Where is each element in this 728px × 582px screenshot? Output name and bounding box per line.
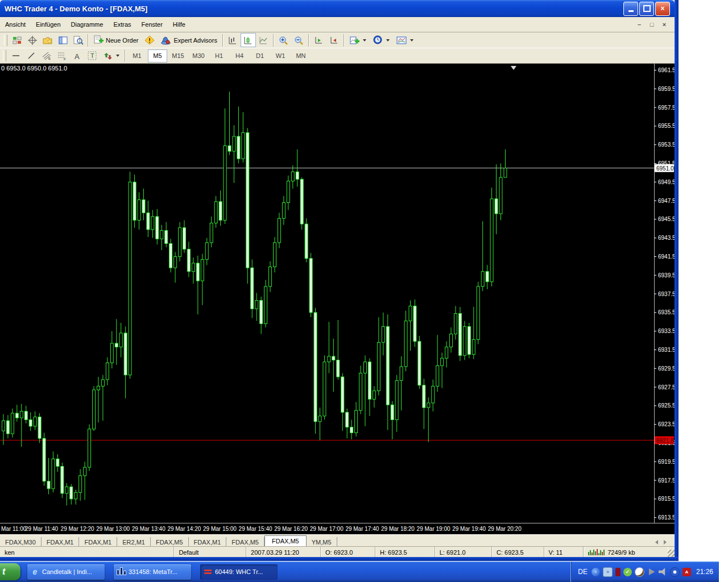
text-label-button[interactable]: T xyxy=(85,49,100,63)
timeframe-button-m1[interactable]: M1 xyxy=(127,49,147,63)
favorites-button[interactable] xyxy=(40,33,55,47)
window-controls: × xyxy=(623,2,675,16)
bar-chart-mode-button[interactable] xyxy=(225,33,241,47)
restore-button[interactable] xyxy=(639,2,654,16)
language-indicator[interactable]: DE xyxy=(578,568,589,576)
new-order-button[interactable]: Neue Order xyxy=(90,33,142,47)
candlestick-chart[interactable]: 6961.56959.56957.56955.56953.56951.56949… xyxy=(0,64,675,534)
text-button[interactable]: A xyxy=(69,49,85,63)
taskbar-button-0[interactable]: eCandletalk | Indi... xyxy=(27,564,105,580)
ati-icon[interactable]: A xyxy=(682,568,691,576)
menu-item-diagramme[interactable]: Diagramme xyxy=(66,19,109,30)
bear-candle xyxy=(219,202,222,221)
chart-tab-fdax-m1[interactable]: FDAX,M1 xyxy=(189,537,227,547)
bull-candle xyxy=(441,358,444,365)
cow-icon[interactable] xyxy=(635,567,644,577)
taskbar-button-2[interactable]: 60449: WHC Tr... xyxy=(200,564,278,580)
minimize-button[interactable] xyxy=(623,2,638,16)
data-window-button[interactable] xyxy=(71,33,86,47)
timeframe-button-m30[interactable]: M30 xyxy=(189,49,208,63)
trendline-icon xyxy=(27,51,36,60)
start-button[interactable]: t xyxy=(0,563,20,580)
timeframe-button-mn[interactable]: MN xyxy=(291,49,311,63)
disc-icon[interactable] xyxy=(670,567,680,577)
bull-candle xyxy=(179,228,181,257)
chart-tab-fdax-m1[interactable]: FDAX,M1 xyxy=(79,537,117,547)
periods-button[interactable] xyxy=(370,33,393,47)
chart-tab-er2-m1[interactable]: ER2,M1 xyxy=(117,537,151,547)
zoom-out-button[interactable] xyxy=(291,33,307,47)
menu-item-fenster[interactable]: Fenster xyxy=(136,19,168,30)
timeframe-button-m15[interactable]: M15 xyxy=(168,49,188,63)
menu-item-extras[interactable]: Extras xyxy=(108,19,136,30)
dropdown-arrow-icon xyxy=(363,39,366,41)
bull-candle xyxy=(463,326,466,355)
trendline-button[interactable] xyxy=(23,49,39,63)
horizontal-line-button[interactable] xyxy=(8,49,23,63)
menu-item-ansicht[interactable]: Ansicht xyxy=(0,19,31,30)
tab-scroll-left-icon[interactable] xyxy=(655,540,658,544)
chart-tab-fdax-m5[interactable]: FDAX,M5 xyxy=(226,537,264,547)
timeframe-button-w1[interactable]: W1 xyxy=(271,49,290,63)
mdi-restore-button[interactable]: □ xyxy=(647,21,656,28)
bear-candle xyxy=(187,249,190,271)
chart-tab-fdax-m1[interactable]: FDAX,M1 xyxy=(42,537,80,547)
toolbar-grip[interactable] xyxy=(3,50,6,61)
fibonacci-button[interactable]: F xyxy=(54,49,69,63)
timeframe-button-h1[interactable]: H1 xyxy=(209,49,229,63)
indicators-button[interactable] xyxy=(346,33,370,47)
bear-candle xyxy=(296,172,299,179)
toolbar-grip[interactable] xyxy=(4,35,7,46)
timeframe-button-m5[interactable]: M5 xyxy=(148,49,167,63)
chart-shift-button[interactable] xyxy=(326,33,342,47)
menu-item-einfügen[interactable]: Einfügen xyxy=(31,19,65,30)
battery-icon[interactable] xyxy=(615,568,621,576)
antivirus-shield-icon[interactable]: ✓ xyxy=(623,568,632,576)
timeframe-button-d1[interactable]: D1 xyxy=(250,49,270,63)
resize-grip[interactable] xyxy=(668,550,675,558)
chart-window-button[interactable] xyxy=(9,33,24,47)
price-tick-label: 6923.5 xyxy=(658,421,675,427)
bull-candle xyxy=(291,172,294,181)
crosshair-button[interactable] xyxy=(24,33,40,47)
expert-advisors-button[interactable]: Expert Advisors xyxy=(157,33,220,47)
arrows-button[interactable] xyxy=(100,49,123,63)
new-order-label: Neue Order xyxy=(106,37,138,44)
timeframe-button-h4[interactable]: H4 xyxy=(230,49,249,63)
chart-tab-fdax-m5[interactable]: FDAX,M5 xyxy=(151,537,189,547)
arrow-icon[interactable] xyxy=(647,568,656,576)
bear-candle xyxy=(237,136,240,159)
bear-candle xyxy=(47,481,50,489)
mdi-window-controls: – □ × xyxy=(635,21,675,28)
volume-icon[interactable] xyxy=(659,568,667,576)
candle-chart-mode-button[interactable] xyxy=(241,33,256,47)
chart-tab-ym-m5[interactable]: YM,M5 xyxy=(307,537,337,547)
market-watch-button[interactable] xyxy=(55,33,71,47)
status-cell-1: Default xyxy=(174,547,246,558)
taskbar-button-1[interactable]: 331458: MetaTr... xyxy=(114,564,191,580)
bull-candle xyxy=(278,218,280,243)
alert-button[interactable] xyxy=(142,33,157,47)
tab-scroll-right-icon[interactable] xyxy=(664,540,667,544)
time-tick-label: 29 Mar 17:00 xyxy=(310,526,344,532)
line-chart-mode-button[interactable] xyxy=(256,33,271,47)
chart-area[interactable]: 6961.56959.56957.56955.56953.56951.56949… xyxy=(0,64,675,534)
traffic-histogram-icon xyxy=(588,549,605,555)
close-button[interactable]: × xyxy=(655,2,670,16)
taskbar-clock[interactable]: 21:26 xyxy=(694,568,713,576)
chart-tab-fdax-m5[interactable]: FDAX,M5 xyxy=(264,535,307,547)
equidistant-channel-button[interactable]: E xyxy=(39,49,54,63)
hide-icons-chevron[interactable]: ‹ xyxy=(592,568,600,576)
mdi-close-button[interactable]: × xyxy=(660,21,669,28)
auto-scroll-button[interactable] xyxy=(311,33,326,47)
network-icon[interactable]: » xyxy=(603,567,613,577)
close-icon: × xyxy=(660,5,664,13)
templates-button[interactable] xyxy=(393,33,417,47)
chart-tab-fdax-m30[interactable]: FDAX,M30 xyxy=(0,537,42,547)
price-tick-label: 6917.5 xyxy=(658,477,675,484)
zoom-in-button[interactable] xyxy=(276,33,291,47)
mdi-minimize-button[interactable]: – xyxy=(635,21,644,28)
menu-item-hilfe[interactable]: Hilfe xyxy=(168,19,191,30)
price-tick-label: 6935.5 xyxy=(658,309,675,315)
bull-candle xyxy=(233,136,235,151)
